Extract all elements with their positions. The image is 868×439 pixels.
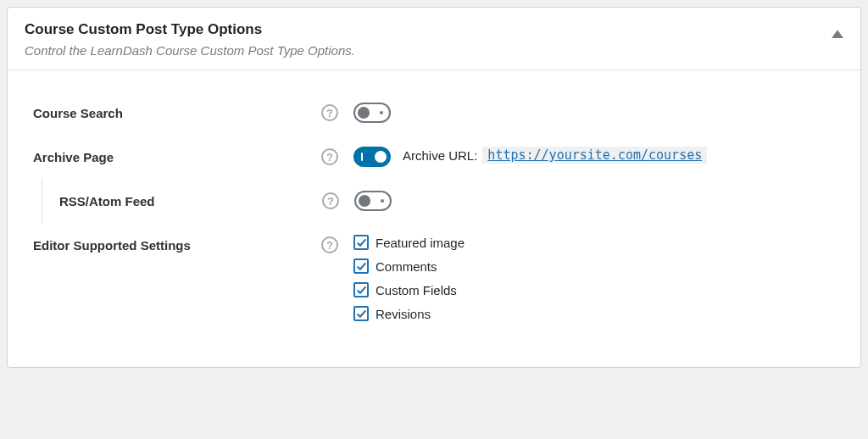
archive-url-label: Archive URL:	[403, 147, 477, 163]
setting-control-area: ? Archive URL: https://yoursite.com/cour…	[321, 147, 835, 167]
checkbox-item-revisions: Revisions	[353, 306, 465, 321]
collapse-icon[interactable]	[832, 26, 843, 41]
panel-header: Course Custom Post Type Options Control …	[8, 8, 860, 70]
setting-course-search: Course Search ?	[33, 91, 835, 135]
toggle-archive-page[interactable]	[353, 147, 391, 167]
setting-label-archive-page: Archive Page	[33, 147, 321, 164]
help-icon[interactable]: ?	[321, 236, 338, 253]
setting-archive-page: Archive Page ? Archive URL: https://your…	[33, 135, 835, 179]
setting-control-area: ?	[322, 191, 835, 211]
toggle-rss-feed[interactable]	[354, 191, 392, 211]
panel-body: Course Search ? Archive Page ? Archive U…	[8, 70, 860, 367]
setting-label-course-search: Course Search	[33, 103, 321, 120]
archive-page-subsettings: RSS/Atom Feed ?	[42, 179, 835, 223]
checkbox-custom-fields[interactable]	[353, 282, 369, 297]
help-icon[interactable]: ?	[321, 148, 338, 165]
checkbox-label: Comments	[376, 259, 437, 274]
help-icon[interactable]: ?	[322, 192, 339, 209]
svg-marker-0	[832, 30, 843, 38]
checkbox-item-featured-image: Featured image	[353, 235, 465, 250]
checkbox-comments[interactable]	[353, 258, 369, 274]
archive-url-box: https://yoursite.com/courses	[482, 147, 707, 164]
setting-rss-feed: RSS/Atom Feed ?	[59, 179, 835, 223]
setting-editor-supported: Editor Supported Settings ? Featured ima…	[33, 223, 835, 333]
panel-subtitle: Control the LearnDash Course Custom Post…	[25, 43, 843, 58]
checkbox-item-comments: Comments	[353, 258, 465, 274]
panel-title: Course Custom Post Type Options	[25, 21, 843, 38]
setting-label-editor-supported: Editor Supported Settings	[33, 235, 321, 253]
checkbox-item-custom-fields: Custom Fields	[353, 282, 465, 297]
setting-control-area: ?	[321, 103, 835, 123]
checkbox-label: Featured image	[376, 236, 465, 250]
checkbox-label: Revisions	[376, 307, 431, 321]
checkbox-revisions[interactable]	[353, 306, 369, 321]
setting-control-area: ? Featured image Comments	[321, 235, 835, 321]
help-icon[interactable]: ?	[321, 104, 338, 121]
archive-url-link[interactable]: https://yoursite.com/courses	[487, 147, 702, 163]
setting-label-rss-feed: RSS/Atom Feed	[59, 191, 322, 208]
settings-panel: Course Custom Post Type Options Control …	[7, 7, 861, 368]
checkbox-group-editor-supported: Featured image Comments Cust	[353, 235, 465, 321]
toggle-course-search[interactable]	[353, 103, 391, 123]
checkbox-label: Custom Fields	[376, 283, 457, 297]
checkbox-featured-image[interactable]	[353, 235, 369, 250]
